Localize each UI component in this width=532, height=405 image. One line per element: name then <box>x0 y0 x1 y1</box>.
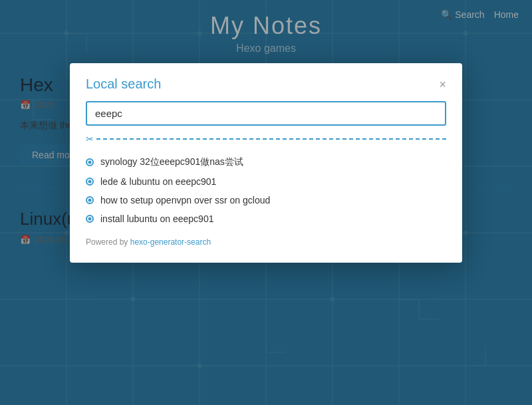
result-text: how to setup openvpn over ssr on gcloud <box>100 195 270 205</box>
result-text: install lubuntu on eeepc901 <box>100 213 213 224</box>
powered-by-link[interactable]: hexo-generator-search <box>130 237 211 247</box>
search-modal: Local search × ✂ synology 32位eeepc901做na… <box>70 63 462 263</box>
modal-header: Local search × <box>86 76 446 92</box>
search-result-item[interactable]: install lubuntu on eeepc901 <box>86 209 446 228</box>
result-text: synology 32位eeepc901做nas尝试 <box>100 156 243 168</box>
result-dot-icon <box>86 215 94 223</box>
powered-by: Powered by hexo-generator-search <box>86 237 446 247</box>
search-result-item[interactable]: synology 32位eeepc901做nas尝试 <box>86 152 446 172</box>
modal-close-button[interactable]: × <box>439 78 446 90</box>
search-dash-line <box>96 138 446 140</box>
modal-overlay: Local search × ✂ synology 32位eeepc901做na… <box>0 0 532 405</box>
search-divider: ✂ <box>86 134 446 144</box>
result-dot-icon <box>86 178 94 186</box>
modal-title: Local search <box>86 76 161 92</box>
powered-by-prefix: Powered by <box>86 237 130 247</box>
result-text: lede & lubuntu on eeepc901 <box>100 176 216 187</box>
search-result-item[interactable]: lede & lubuntu on eeepc901 <box>86 172 446 191</box>
scissors-icon-modal: ✂ <box>86 134 94 144</box>
result-dot-icon <box>86 158 94 166</box>
result-dot-icon <box>86 196 94 204</box>
search-results-list: synology 32位eeepc901做nas尝试 lede & lubunt… <box>86 152 446 228</box>
local-search-input[interactable] <box>86 101 446 126</box>
search-result-item[interactable]: how to setup openvpn over ssr on gcloud <box>86 191 446 209</box>
